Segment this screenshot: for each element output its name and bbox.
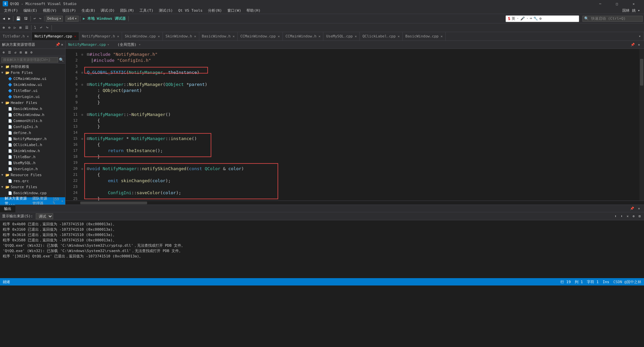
toolbar-back[interactable]: ◀: [1, 15, 6, 22]
tree-form-files[interactable]: ▼ 📂 Form Files: [0, 70, 65, 76]
tree-usemysql-h[interactable]: 📄 UseMySQL.h: [0, 160, 65, 166]
tree-skinwindow-ui[interactable]: 🔷 SkinWindow.ui: [0, 82, 65, 88]
se-btn1[interactable]: ⊕: [1, 49, 6, 56]
maximize-button[interactable]: □: [609, 0, 625, 7]
se-btn3[interactable]: ↺: [13, 49, 18, 56]
tb2-step-out[interactable]: ⤷: [44, 24, 50, 31]
tab-close-icon[interactable]: ✕: [74, 34, 76, 38]
menu-file[interactable]: 文件(F): [1, 7, 21, 14]
tb2-step-into[interactable]: ⤶: [38, 24, 44, 31]
tab-titlebar-h[interactable]: TitleBar.h ✕: [0, 32, 32, 40]
tree-userlogin-h[interactable]: 📄 UserLogin.h: [0, 166, 65, 172]
menu-window[interactable]: 窗口(W): [225, 7, 244, 14]
se-tab-solution[interactable]: 解决方案资源管...: [2, 197, 30, 205]
cm4[interactable]: ⊟: [80, 70, 84, 76]
se-tab-team[interactable]: 团队资源管理器: [30, 197, 53, 205]
tab-close-icon[interactable]: ✕: [355, 34, 357, 38]
cm15[interactable]: ⊟: [80, 136, 84, 142]
tab-close-icon[interactable]: ✕: [194, 34, 196, 38]
tab-close-icon[interactable]: ✕: [441, 34, 443, 38]
menu-test[interactable]: 测试(S): [156, 7, 176, 14]
editor-scope-dropdown[interactable]: ▾: [138, 42, 141, 47]
output-source-select[interactable]: 调试: [36, 213, 53, 219]
tb2-btn4[interactable]: ⊞: [18, 24, 23, 31]
output-btn4[interactable]: ⊕: [631, 213, 636, 220]
se-btn6[interactable]: ⚙: [29, 49, 34, 56]
tab-notifymanager-h[interactable]: NotifyManager.h ✕: [79, 32, 122, 40]
menu-view[interactable]: 视图(V): [40, 7, 60, 14]
se-btn5[interactable]: ▤: [24, 49, 28, 56]
toolbar-save-all[interactable]: 🖫: [23, 15, 29, 22]
tree-ccmainwindow-ui[interactable]: 🔷 CCMainWindow.ui: [0, 76, 65, 82]
tree-basicwindow-h[interactable]: 📄 BasicWindow.h: [0, 106, 65, 112]
tree-qclicklabel-h[interactable]: 📄 QClickLabel.h: [0, 142, 65, 148]
tab-close-icon[interactable]: ✕: [318, 34, 320, 38]
tree-basicwindow-cpp[interactable]: 📄 BasicWindow.cpp: [0, 190, 65, 196]
cm6[interactable]: ⊟: [80, 82, 84, 88]
output-pin[interactable]: 📌: [629, 205, 635, 212]
tree-userlogin-ui[interactable]: 🔷 UserLogin.ui: [0, 94, 65, 100]
tree-resource-files[interactable]: ▼ 📂 Resource Files: [0, 172, 65, 178]
tree-titlebar-h[interactable]: 📄 TitleBar.h: [0, 154, 65, 160]
cm20[interactable]: ⊟: [80, 166, 84, 172]
menu-project[interactable]: 项目(P): [60, 7, 79, 14]
tab-close-icon[interactable]: ✕: [158, 34, 160, 38]
tree-source-files[interactable]: ▼ 📂 Source Files: [0, 184, 65, 190]
tb2-btn1[interactable]: ⊕: [1, 24, 6, 31]
output-close[interactable]: ✕: [637, 205, 641, 212]
code-container[interactable]: 1 2 3 4 5 6 7 8 9 10 11 12 13 14 15 16 1…: [66, 49, 644, 201]
menu-team[interactable]: 团队(M): [117, 7, 137, 14]
tab-close-icon[interactable]: ✕: [278, 34, 280, 38]
tree-header-files[interactable]: ▼ 📂 Header Files: [0, 100, 65, 106]
tb2-btn3[interactable]: ▷: [12, 24, 17, 31]
toolbar-redo[interactable]: ↪: [38, 15, 43, 22]
run-button[interactable]: ▶ 本地 Windows 调试器: [82, 15, 127, 22]
tb2-btn5[interactable]: ☰: [24, 24, 30, 31]
code-editor[interactable]: ⊟#include "NotifyManager.h" ⊟|#include "…: [84, 49, 639, 201]
menu-help[interactable]: 帮助(H): [244, 7, 263, 14]
platform-dropdown[interactable]: x64▾: [66, 16, 79, 22]
scroll-thumb[interactable]: [640, 59, 643, 86]
menu-analyze[interactable]: 分析(N): [205, 7, 225, 14]
tab-close-icon[interactable]: ✕: [117, 34, 119, 38]
editor-pin[interactable]: 📌: [629, 41, 636, 48]
debug-config-dropdown[interactable]: Debug▾: [46, 16, 63, 22]
tree-skinwindow-h[interactable]: 📄 SkinWindow.h: [0, 148, 65, 154]
tb2-step-over[interactable]: ⤵: [33, 24, 37, 31]
tab-ccmainwindow-cpp[interactable]: CCMainWindow.cpp ✕: [238, 32, 283, 40]
output-tab-output[interactable]: 输出: [0, 205, 15, 212]
editor-close[interactable]: ✕: [637, 41, 641, 48]
vertical-scrollbar[interactable]: [639, 49, 644, 201]
toolbar-undo[interactable]: ↩: [32, 15, 37, 22]
tab-usemysql-cpp[interactable]: UseMySQL.cpp ✕: [323, 32, 360, 40]
tree-ccmainwindow-h[interactable]: 📄 CCMainWindow.h: [0, 112, 65, 118]
h-scrollbar[interactable]: [66, 201, 644, 205]
se-pin-button[interactable]: 📌: [56, 42, 60, 47]
tree-res-qrc[interactable]: 📄 res.qrc: [0, 178, 65, 184]
menu-tools[interactable]: 工具(T): [137, 7, 156, 14]
se-search-input[interactable]: [1, 57, 58, 63]
h-scroll-thumb[interactable]: [80, 202, 147, 204]
se-close-button[interactable]: ✕: [61, 42, 63, 47]
output-btn5[interactable]: ⊞: [637, 213, 642, 220]
se-btn4[interactable]: ⊞: [18, 49, 23, 56]
tree-titlebar-ui[interactable]: 🔷 TitleBar.ui: [0, 88, 65, 94]
tree-external-deps[interactable]: ▶ 📁 外部依赖项: [0, 64, 65, 70]
quick-search-box[interactable]: 🔍 快速启动 (Ctrl+Q): [582, 16, 643, 22]
tree-notifymanager-h[interactable]: 📄 NotifyManager.h: [0, 136, 65, 142]
minimize-button[interactable]: ─: [593, 0, 608, 7]
tb2-btn2[interactable]: ⊖: [7, 24, 12, 31]
menu-debug[interactable]: 调试(D): [98, 7, 117, 14]
output-btn2[interactable]: ⬇: [619, 213, 624, 220]
tab-chevron[interactable]: ▾: [637, 32, 644, 40]
tab-ccmainwindow-h[interactable]: CCMainWindow.h ✕: [283, 32, 324, 40]
tree-commonutils-h[interactable]: 📄 CommonUtils.h: [0, 118, 65, 124]
cm1[interactable]: ⊟: [80, 51, 84, 57]
tree-define-h[interactable]: 📄 define.h: [0, 130, 65, 136]
close-button[interactable]: ✕: [626, 0, 641, 7]
tab-close-icon[interactable]: ✕: [233, 34, 235, 38]
tab-skinwindow-h[interactable]: SkinWindow.h ✕: [163, 32, 199, 40]
tab-basicwindow-h[interactable]: BasicWindow.h ✕: [199, 32, 238, 40]
toolbar-save[interactable]: 💾: [15, 15, 22, 22]
output-btn3[interactable]: ✕: [625, 213, 630, 220]
